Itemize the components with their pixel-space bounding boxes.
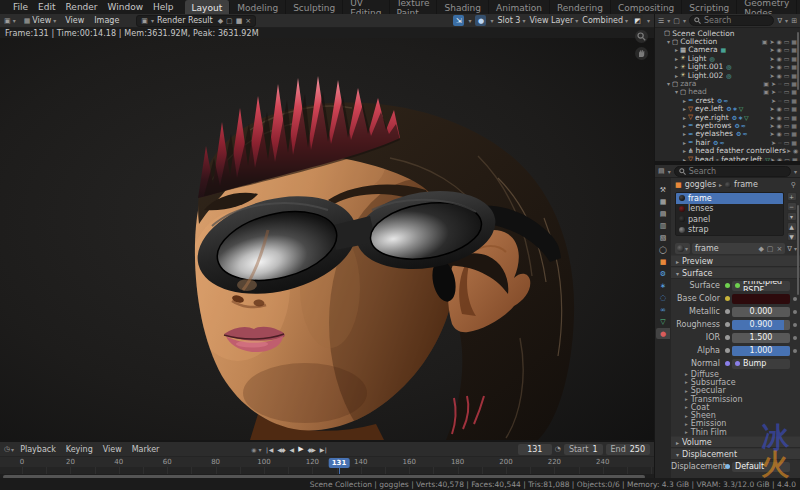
fake-user-icon[interactable]: ◆ bbox=[218, 17, 223, 25]
viewport-display-icon[interactable]: ▭ bbox=[784, 105, 790, 112]
eye-icon[interactable]: ◉ bbox=[793, 147, 798, 154]
breadcrumb-object[interactable]: goggles bbox=[685, 180, 716, 189]
current-frame-field[interactable]: 131 bbox=[518, 444, 552, 455]
viewport-display-icon[interactable]: ▭ bbox=[784, 55, 790, 62]
outliner-row[interactable]: ▸▽head - feather.left▽➤◉▭▦ bbox=[655, 155, 800, 161]
outliner-row[interactable]: ▾▢Collection▣➤◉▭▦ bbox=[655, 37, 800, 45]
viewport-display-icon[interactable]: ▭ bbox=[784, 97, 790, 104]
tab-modeling[interactable]: Modeling bbox=[230, 0, 286, 14]
properties-tab-object[interactable]: ■ bbox=[656, 256, 670, 267]
viewport-display-icon[interactable]: ▭ bbox=[784, 72, 790, 79]
next-keyframe-button[interactable]: ◆▶ bbox=[306, 446, 317, 453]
filter-collection-icon[interactable]: ▢ bbox=[673, 17, 680, 25]
tab-shading[interactable]: Shading bbox=[437, 0, 489, 14]
viewport-display-icon[interactable]: ▭ bbox=[784, 38, 790, 45]
ior-slider[interactable]: 1.500 bbox=[732, 333, 790, 343]
selectable-icon[interactable]: ➤ bbox=[771, 97, 776, 104]
outliner-row[interactable]: ▸▦Camera▦➤◉▭▦ bbox=[655, 46, 800, 54]
eye-icon[interactable]: ╌ bbox=[778, 97, 782, 104]
tab-sculpting[interactable]: Sculpting bbox=[286, 0, 343, 14]
browse-image-icon[interactable]: ▣ bbox=[141, 17, 148, 25]
collapse-icon[interactable]: ▸ bbox=[681, 139, 688, 146]
collapse-icon[interactable]: ▸ bbox=[681, 97, 688, 104]
properties-tab-constraints[interactable]: ∞ bbox=[656, 304, 670, 315]
view-fit-icon[interactable]: ⇲ bbox=[453, 15, 464, 26]
move-slot-down-button[interactable]: ▼ bbox=[787, 232, 797, 241]
render-viewport[interactable]: Frame:131 | Time:00:14.18 | Mem:3631.92M… bbox=[0, 28, 654, 440]
selectable-icon[interactable]: ➤ bbox=[769, 130, 774, 137]
start-frame-field[interactable]: Start1 bbox=[564, 444, 603, 455]
viewport-display-icon[interactable]: ▭ bbox=[784, 88, 790, 95]
play-button[interactable]: ▶ bbox=[296, 445, 304, 453]
pan-gizmo[interactable] bbox=[635, 47, 648, 60]
tab-animation[interactable]: Animation bbox=[489, 0, 550, 14]
menu-file[interactable]: File bbox=[8, 2, 33, 12]
eye-icon[interactable]: ╌ bbox=[778, 88, 782, 95]
play-reverse-button[interactable]: ◀ bbox=[288, 446, 296, 453]
eye-icon[interactable]: ◉ bbox=[776, 105, 781, 112]
expand-icon[interactable]: ▾ bbox=[665, 80, 672, 87]
display-mode-icon[interactable]: ☰ bbox=[658, 17, 664, 25]
stopwatch-icon[interactable]: ◔ bbox=[555, 445, 561, 453]
roughness-slider[interactable]: 0.900 bbox=[732, 320, 790, 330]
open-image-icon[interactable]: ■ bbox=[236, 17, 243, 25]
selectable-icon[interactable]: ➤ bbox=[769, 72, 774, 79]
browse-material-button[interactable]: ▾ bbox=[675, 243, 690, 254]
selectable-icon[interactable]: ➤ bbox=[786, 147, 791, 154]
copy-material-icon[interactable]: ▢ bbox=[767, 245, 774, 253]
timeline-menu-marker[interactable]: Marker bbox=[127, 445, 165, 454]
timeline-menu-playback[interactable]: Playback bbox=[15, 445, 61, 454]
tab-compositing[interactable]: Compositing bbox=[611, 0, 682, 14]
panel-preview[interactable]: ▸ Preview bbox=[671, 255, 800, 267]
properties-scrollbar[interactable] bbox=[797, 205, 799, 295]
viewport-display-icon[interactable]: ▭ bbox=[784, 46, 790, 53]
eye-icon[interactable]: ◉ bbox=[776, 38, 781, 45]
tab-rendering[interactable]: Rendering bbox=[550, 0, 611, 14]
selectable-icon[interactable]: ➤ bbox=[769, 55, 774, 62]
selectable-icon[interactable]: ➤ bbox=[769, 105, 774, 112]
render-visibility-icon[interactable]: ▦ bbox=[791, 114, 797, 121]
menu-edit[interactable]: Edit bbox=[33, 2, 60, 12]
exclude-checkbox-icon[interactable]: ▣ bbox=[763, 88, 769, 95]
current-frame-badge[interactable]: 131 bbox=[329, 458, 350, 468]
exclude-checkbox-icon[interactable]: ▣ bbox=[763, 80, 769, 87]
exclude-checkbox-icon[interactable]: ▣ bbox=[762, 38, 768, 45]
eye-icon[interactable]: ◉ bbox=[776, 122, 781, 129]
properties-search[interactable]: Search bbox=[674, 166, 791, 177]
options-chevron-icon[interactable]: ▾ bbox=[794, 168, 797, 175]
unlink-image-icon[interactable]: × bbox=[245, 17, 251, 25]
timeline-menu-view[interactable]: View bbox=[98, 445, 127, 454]
eye-icon[interactable]: ◉ bbox=[776, 63, 781, 70]
image-editor-menu-image[interactable]: Image bbox=[89, 16, 124, 25]
selectable-icon[interactable]: ➤ bbox=[769, 63, 774, 70]
outliner-row[interactable]: ▢Scene Collection bbox=[655, 29, 800, 37]
selectable-icon[interactable]: ➤ bbox=[769, 114, 774, 121]
outliner-row[interactable]: ▸☀Light.002◎➤◉▭▦ bbox=[655, 71, 800, 79]
selectable-icon[interactable]: ➤ bbox=[771, 139, 776, 146]
mode-dropdown[interactable]: ▦ View ▾ bbox=[20, 15, 61, 27]
properties-tab-material[interactable]: ● bbox=[656, 328, 670, 339]
selectable-icon[interactable]: ➤ bbox=[769, 46, 774, 53]
new-collection-icon[interactable]: ⊞ bbox=[791, 17, 797, 25]
displacement-dropdown[interactable]: Default bbox=[732, 462, 790, 472]
viewport-display-icon[interactable]: ▭ bbox=[784, 156, 790, 161]
eye-icon[interactable]: ◉ bbox=[776, 72, 781, 79]
properties-tab-render[interactable]: ▦ bbox=[656, 196, 670, 207]
properties-tab-data[interactable]: ▽ bbox=[656, 316, 670, 327]
outliner-row[interactable]: ▸☀Light◎➤◉▭▦ bbox=[655, 54, 800, 62]
playhead[interactable] bbox=[339, 467, 340, 474]
layer-dropdown[interactable]: View Layer▾ bbox=[529, 16, 578, 25]
eye-icon[interactable]: ╌ bbox=[778, 80, 782, 87]
end-frame-field[interactable]: End250 bbox=[606, 444, 650, 455]
selectable-icon[interactable]: ➤ bbox=[770, 156, 775, 161]
tab-geometry-nodes[interactable]: Geometry Nodes bbox=[737, 0, 797, 14]
properties-tab-physics[interactable]: ◌ bbox=[656, 292, 670, 303]
outliner-row[interactable]: ▾▢head▣➤╌▭▦ bbox=[655, 88, 800, 96]
timeline-tracks[interactable] bbox=[0, 467, 654, 474]
jump-to-start-button[interactable]: ❘◀ bbox=[263, 446, 275, 453]
render-slot-dropdown[interactable]: Slot 3▾ bbox=[497, 16, 525, 25]
zoom-gizmo[interactable] bbox=[635, 30, 648, 43]
selectable-icon[interactable]: ➤ bbox=[771, 80, 776, 87]
expand-icon[interactable]: ▾ bbox=[665, 38, 672, 45]
selectable-icon[interactable]: ➤ bbox=[769, 38, 774, 45]
